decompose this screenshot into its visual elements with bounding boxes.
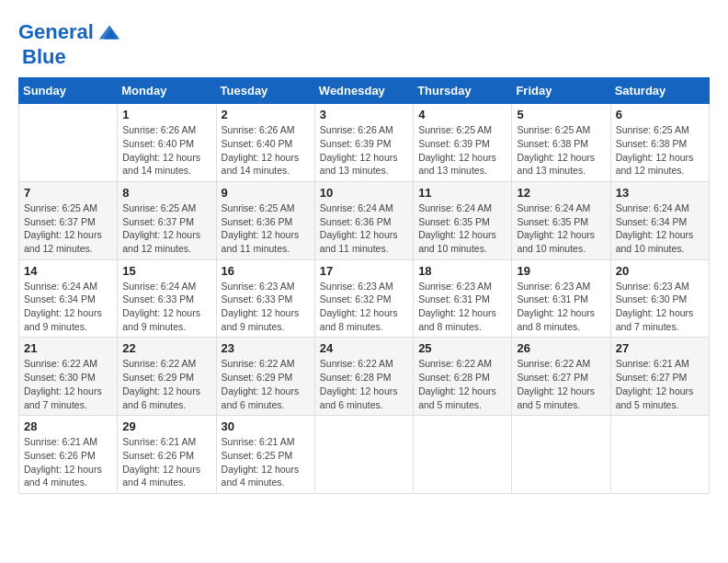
day-info: Sunrise: 6:26 AM Sunset: 6:40 PM Dayligh… [222, 123, 310, 178]
day-info: Sunrise: 6:21 AM Sunset: 6:27 PM Dayligh… [616, 357, 704, 411]
day-info: Sunrise: 6:25 AM Sunset: 6:38 PM Dayligh… [517, 123, 605, 178]
day-number: 1 [122, 108, 210, 121]
day-info: Sunrise: 6:24 AM Sunset: 6:35 PM Dayligh… [418, 201, 506, 256]
calendar-cell [414, 416, 512, 494]
calendar-cell [610, 416, 709, 494]
day-info: Sunrise: 6:23 AM Sunset: 6:30 PM Dayligh… [616, 280, 704, 334]
calendar-cell: 11Sunrise: 6:24 AM Sunset: 6:35 PM Dayli… [414, 181, 512, 259]
day-number: 19 [517, 264, 605, 278]
calendar-cell: 29Sunrise: 6:21 AM Sunset: 6:26 PM Dayli… [118, 416, 216, 494]
day-info: Sunrise: 6:25 AM Sunset: 6:37 PM Dayligh… [24, 201, 112, 256]
day-number: 28 [24, 419, 112, 433]
day-number: 9 [222, 186, 310, 200]
day-info: Sunrise: 6:24 AM Sunset: 6:33 PM Dayligh… [122, 280, 210, 334]
calendar-cell: 28Sunrise: 6:21 AM Sunset: 6:26 PM Dayli… [19, 416, 118, 494]
logo-icon [96, 18, 123, 46]
day-info: Sunrise: 6:22 AM Sunset: 6:28 PM Dayligh… [320, 357, 408, 411]
day-number: 15 [122, 264, 210, 278]
calendar-week-row: 14Sunrise: 6:24 AM Sunset: 6:34 PM Dayli… [19, 259, 710, 338]
day-number: 4 [418, 108, 506, 121]
day-number: 27 [616, 341, 704, 355]
weekday-header: Sunday [19, 78, 118, 104]
day-number: 16 [222, 264, 310, 278]
day-info: Sunrise: 6:26 AM Sunset: 6:40 PM Dayligh… [122, 123, 210, 178]
day-number: 20 [616, 264, 704, 278]
day-info: Sunrise: 6:21 AM Sunset: 6:25 PM Dayligh… [222, 435, 310, 489]
day-info: Sunrise: 6:23 AM Sunset: 6:32 PM Dayligh… [320, 280, 408, 334]
day-info: Sunrise: 6:21 AM Sunset: 6:26 PM Dayligh… [24, 435, 112, 489]
day-number: 7 [24, 186, 112, 200]
weekday-header: Friday [512, 78, 610, 104]
weekday-header: Wednesday [314, 78, 413, 104]
calendar-cell: 8Sunrise: 6:25 AM Sunset: 6:37 PM Daylig… [118, 181, 216, 259]
day-number: 25 [418, 341, 506, 355]
calendar-cell: 18Sunrise: 6:23 AM Sunset: 6:31 PM Dayli… [414, 259, 512, 338]
day-info: Sunrise: 6:24 AM Sunset: 6:36 PM Dayligh… [320, 201, 408, 256]
day-info: Sunrise: 6:23 AM Sunset: 6:31 PM Dayligh… [418, 280, 506, 334]
day-number: 29 [122, 419, 210, 433]
page-header: General Blue [18, 18, 710, 68]
day-number: 12 [517, 186, 605, 200]
day-number: 5 [517, 108, 605, 121]
weekday-header: Tuesday [216, 78, 314, 104]
calendar-week-row: 28Sunrise: 6:21 AM Sunset: 6:26 PM Dayli… [19, 416, 710, 494]
calendar-week-row: 1Sunrise: 6:26 AM Sunset: 6:40 PM Daylig… [19, 104, 710, 182]
calendar-cell: 20Sunrise: 6:23 AM Sunset: 6:30 PM Dayli… [610, 259, 709, 338]
day-number: 2 [222, 108, 310, 121]
calendar-cell: 24Sunrise: 6:22 AM Sunset: 6:28 PM Dayli… [314, 338, 413, 416]
day-number: 23 [222, 341, 310, 355]
calendar-cell: 26Sunrise: 6:22 AM Sunset: 6:27 PM Dayli… [512, 338, 610, 416]
calendar-cell [512, 416, 610, 494]
calendar-cell: 15Sunrise: 6:24 AM Sunset: 6:33 PM Dayli… [118, 259, 216, 338]
day-number: 3 [320, 108, 408, 121]
day-number: 24 [320, 341, 408, 355]
calendar-cell: 10Sunrise: 6:24 AM Sunset: 6:36 PM Dayli… [314, 181, 413, 259]
calendar-cell: 27Sunrise: 6:21 AM Sunset: 6:27 PM Dayli… [610, 338, 709, 416]
day-number: 14 [24, 264, 112, 278]
calendar-week-row: 21Sunrise: 6:22 AM Sunset: 6:30 PM Dayli… [19, 338, 710, 416]
day-number: 22 [122, 341, 210, 355]
day-number: 10 [320, 186, 408, 200]
calendar-cell: 9Sunrise: 6:25 AM Sunset: 6:36 PM Daylig… [216, 181, 314, 259]
calendar-cell: 5Sunrise: 6:25 AM Sunset: 6:38 PM Daylig… [512, 104, 610, 182]
day-info: Sunrise: 6:22 AM Sunset: 6:29 PM Dayligh… [122, 357, 210, 411]
day-number: 13 [616, 186, 704, 200]
logo-text: General [18, 21, 94, 43]
calendar-body: 1Sunrise: 6:26 AM Sunset: 6:40 PM Daylig… [19, 104, 710, 494]
calendar-cell: 1Sunrise: 6:26 AM Sunset: 6:40 PM Daylig… [118, 104, 216, 182]
day-info: Sunrise: 6:25 AM Sunset: 6:38 PM Dayligh… [616, 123, 704, 178]
day-info: Sunrise: 6:21 AM Sunset: 6:26 PM Dayligh… [122, 435, 210, 489]
calendar-cell: 3Sunrise: 6:26 AM Sunset: 6:39 PM Daylig… [314, 104, 413, 182]
calendar-cell: 17Sunrise: 6:23 AM Sunset: 6:32 PM Dayli… [314, 259, 413, 338]
calendar-cell: 6Sunrise: 6:25 AM Sunset: 6:38 PM Daylig… [610, 104, 709, 182]
day-info: Sunrise: 6:26 AM Sunset: 6:39 PM Dayligh… [320, 123, 408, 178]
day-number: 8 [122, 186, 210, 200]
calendar-cell [314, 416, 413, 494]
logo-text2: Blue [22, 46, 66, 68]
calendar-table: SundayMondayTuesdayWednesdayThursdayFrid… [18, 77, 710, 494]
calendar-cell: 16Sunrise: 6:23 AM Sunset: 6:33 PM Dayli… [216, 259, 314, 338]
logo: General Blue [18, 18, 123, 68]
day-number: 11 [418, 186, 506, 200]
weekday-header: Monday [118, 78, 216, 104]
calendar-cell: 25Sunrise: 6:22 AM Sunset: 6:28 PM Dayli… [414, 338, 512, 416]
calendar-cell: 21Sunrise: 6:22 AM Sunset: 6:30 PM Dayli… [19, 338, 118, 416]
day-info: Sunrise: 6:22 AM Sunset: 6:29 PM Dayligh… [222, 357, 310, 411]
day-number: 18 [418, 264, 506, 278]
day-info: Sunrise: 6:24 AM Sunset: 6:34 PM Dayligh… [24, 280, 112, 334]
day-info: Sunrise: 6:22 AM Sunset: 6:28 PM Dayligh… [418, 357, 506, 411]
calendar-cell: 14Sunrise: 6:24 AM Sunset: 6:34 PM Dayli… [19, 259, 118, 338]
calendar-cell: 23Sunrise: 6:22 AM Sunset: 6:29 PM Dayli… [216, 338, 314, 416]
day-number: 21 [24, 341, 112, 355]
day-info: Sunrise: 6:24 AM Sunset: 6:35 PM Dayligh… [517, 201, 605, 256]
calendar-cell: 22Sunrise: 6:22 AM Sunset: 6:29 PM Dayli… [118, 338, 216, 416]
calendar-cell: 30Sunrise: 6:21 AM Sunset: 6:25 PM Dayli… [216, 416, 314, 494]
calendar-cell [19, 104, 118, 182]
day-info: Sunrise: 6:25 AM Sunset: 6:37 PM Dayligh… [122, 201, 210, 256]
weekday-header-row: SundayMondayTuesdayWednesdayThursdayFrid… [19, 78, 710, 104]
weekday-header: Thursday [414, 78, 512, 104]
day-info: Sunrise: 6:24 AM Sunset: 6:34 PM Dayligh… [616, 201, 704, 256]
day-number: 26 [517, 341, 605, 355]
day-number: 17 [320, 264, 408, 278]
calendar-cell: 12Sunrise: 6:24 AM Sunset: 6:35 PM Dayli… [512, 181, 610, 259]
